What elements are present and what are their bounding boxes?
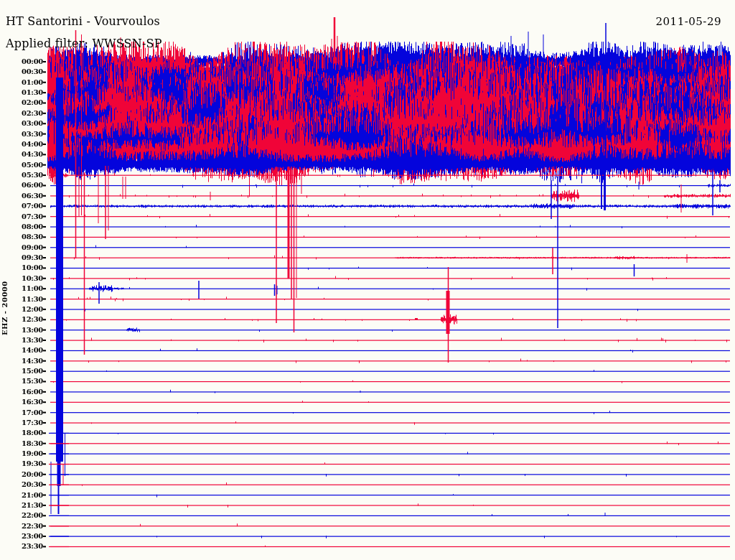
time-label: 18:30: [0, 440, 43, 447]
time-label: 10:00: [0, 264, 43, 271]
time-label: 02:00: [0, 99, 43, 106]
page-title: HT Santorini - Vourvoulos: [6, 14, 160, 28]
time-label: 20:30: [0, 481, 43, 488]
date-label: 2011-05-29: [656, 15, 721, 28]
time-label: 21:00: [0, 492, 43, 499]
time-label: 02:30: [0, 110, 43, 117]
time-label: 22:30: [0, 523, 43, 530]
time-label: 00:30: [0, 68, 43, 75]
time-label: 11:30: [0, 296, 43, 303]
time-label: 23:00: [0, 533, 43, 540]
time-label: 01:00: [0, 79, 43, 86]
time-label: 20:00: [0, 471, 43, 478]
time-label: 14:00: [0, 347, 43, 354]
time-label: 09:00: [0, 244, 43, 251]
time-label: 19:00: [0, 450, 43, 457]
time-label: 03:30: [0, 131, 43, 138]
time-label: 06:00: [0, 182, 43, 189]
time-label: 13:30: [0, 337, 43, 344]
time-label: 08:30: [0, 233, 43, 241]
time-label: 11:00: [0, 285, 43, 292]
time-label: 07:00: [0, 202, 43, 210]
seismogram-page: HT Santorini - Vourvoulos Applied filter…: [0, 0, 735, 560]
time-label: 08:00: [0, 223, 43, 230]
time-label: 04:00: [0, 141, 43, 148]
applied-filter-label: Applied filter: WWSSN-SP: [6, 37, 162, 50]
time-label: 12:00: [0, 306, 43, 313]
time-label: 04:30: [0, 151, 43, 158]
time-label: 19:30: [0, 460, 43, 467]
time-label: 14:30: [0, 358, 43, 365]
time-label: 15:00: [0, 368, 43, 375]
time-label: 10:30: [0, 275, 43, 282]
time-label: 17:00: [0, 409, 43, 416]
time-label: 23:30: [0, 543, 43, 550]
time-label: 05:00: [0, 162, 43, 169]
time-label: 15:30: [0, 378, 43, 385]
time-label: 18:00: [0, 429, 43, 437]
time-label: 03:00: [0, 120, 43, 127]
time-label: 07:30: [0, 213, 43, 220]
time-label: 09:30: [0, 254, 43, 261]
time-label: 21:30: [0, 502, 43, 509]
time-label: 12:30: [0, 316, 43, 323]
time-label: 01:30: [0, 89, 43, 96]
time-label: 16:30: [0, 398, 43, 406]
seismogram-canvas: [0, 0, 735, 560]
time-label: 00:00: [0, 58, 43, 65]
time-label: 22:00: [0, 512, 43, 519]
time-label: 13:00: [0, 327, 43, 334]
time-label: 06:30: [0, 192, 43, 200]
time-label: 05:30: [0, 172, 43, 179]
time-label: 16:00: [0, 388, 43, 396]
time-label: 17:30: [0, 419, 43, 426]
